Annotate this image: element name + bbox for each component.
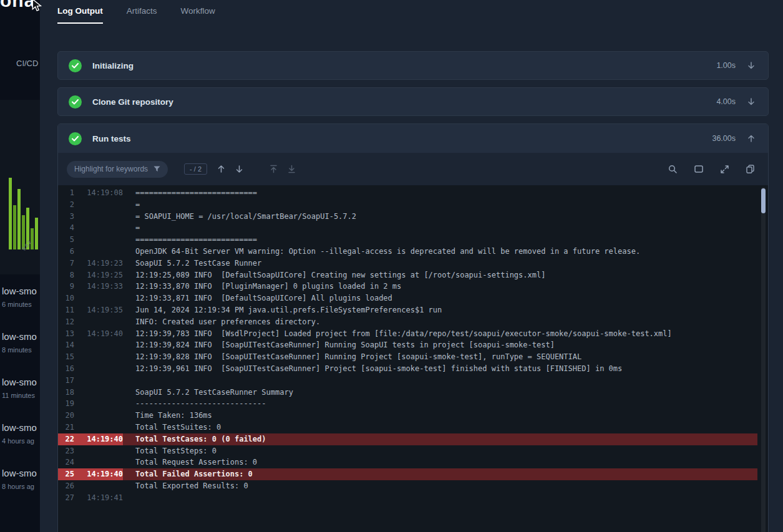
log-line-number: 22 bbox=[58, 433, 74, 445]
log-line: 20Time Taken: 136ms bbox=[58, 410, 757, 422]
next-match-button[interactable] bbox=[235, 165, 243, 173]
log-timestamp bbox=[74, 199, 123, 211]
sidebar-section-cicd: CI/CD bbox=[16, 59, 38, 68]
log-text: =========================== bbox=[123, 234, 757, 246]
tab-log-output[interactable]: Log Output bbox=[57, 6, 103, 24]
log-text: ----------------------------- bbox=[123, 398, 757, 410]
copy-logs-button[interactable] bbox=[746, 165, 754, 173]
log-timestamp: 14:19:40 bbox=[74, 433, 123, 445]
log-line: 2714:19:41 bbox=[58, 492, 757, 504]
log-text: 12:19:39,961 INFO [SoapUITestCaseRunner]… bbox=[123, 363, 757, 375]
wrap-lines-button[interactable] bbox=[694, 165, 703, 173]
log-text: Total TestSuites: 0 bbox=[123, 422, 757, 433]
log-line-number: 18 bbox=[58, 387, 74, 399]
run-list-item[interactable]: low-smo8 hours ag bbox=[2, 468, 40, 490]
log-line-number: 19 bbox=[58, 398, 74, 410]
success-check-icon bbox=[69, 59, 82, 72]
log-line: 24Total Request Assertions: 0 bbox=[58, 457, 757, 468]
scroll-bottom-icon bbox=[288, 165, 296, 173]
log-text: =========================== bbox=[123, 187, 757, 199]
run-name: low-smo bbox=[2, 331, 40, 342]
tab-artifacts[interactable]: Artifacts bbox=[127, 6, 157, 24]
scroll-to-top-button[interactable] bbox=[270, 165, 278, 173]
match-counter: - / 2 bbox=[184, 163, 207, 175]
run-time: 4 hours ag bbox=[2, 437, 40, 445]
log-line-number: 10 bbox=[58, 293, 74, 304]
log-text: Total Exported Results: 0 bbox=[123, 480, 757, 492]
step-initializing[interactable]: Initializing 1.00s bbox=[57, 51, 769, 80]
step-clone-git-repository[interactable]: Clone Git repository 4.00s bbox=[57, 87, 769, 116]
tab-workflow[interactable]: Workflow bbox=[181, 6, 215, 24]
expand-icon bbox=[721, 165, 729, 173]
log-text: SoapUI 5.7.2 TestCaseRunner Summary bbox=[123, 387, 757, 399]
arrow-up-icon bbox=[217, 165, 225, 173]
log-text: INFO: Created user preferences directory… bbox=[123, 316, 757, 328]
log-timestamp: 14:19:41 bbox=[74, 492, 123, 504]
copy-icon bbox=[746, 165, 754, 173]
chevron-down-icon[interactable] bbox=[747, 97, 756, 106]
run-list-item[interactable]: low-smo4 hours ag bbox=[2, 422, 40, 445]
log-timestamp bbox=[74, 363, 123, 375]
log-text: Total TestCases: 0 (0 failed) bbox=[123, 433, 757, 445]
log-text: 12:19:39,824 INFO [SoapUITestCaseRunner]… bbox=[123, 339, 757, 351]
log-viewport[interactable]: 114:19:08===========================2=3=… bbox=[58, 185, 768, 532]
log-timestamp bbox=[74, 375, 123, 387]
log-text: Total Request Assertions: 0 bbox=[123, 457, 757, 468]
run-time: 11 minutes bbox=[2, 392, 40, 399]
log-line-number: 1 bbox=[58, 187, 74, 199]
fullscreen-button[interactable] bbox=[721, 165, 729, 173]
log-line-number: 23 bbox=[58, 445, 74, 457]
log-toolbar-right bbox=[668, 165, 759, 173]
search-button[interactable] bbox=[668, 165, 677, 173]
log-timestamp: 14:19:40 bbox=[74, 468, 123, 480]
step-name: Clone Git repository bbox=[92, 97, 173, 107]
log-text: = SOAPUI_HOME = /usr/local/SmartBear/Soa… bbox=[123, 211, 757, 223]
tab-bar: Log Output Artifacts Workflow bbox=[57, 6, 769, 24]
log-text: Time Taken: 136ms bbox=[123, 410, 757, 422]
log-line-number: 21 bbox=[58, 422, 74, 433]
chart-bar bbox=[13, 205, 16, 249]
chevron-up-icon[interactable] bbox=[747, 134, 756, 143]
log-timestamp: 14:19:08 bbox=[74, 187, 123, 199]
log-line: 17 bbox=[58, 375, 757, 387]
log-text: 12:19:25,089 INFO [DefaultSoapUICore] Cr… bbox=[123, 269, 757, 281]
log-timestamp bbox=[74, 445, 123, 457]
log-timestamp bbox=[74, 422, 123, 433]
log-line: 6OpenJDK 64-Bit Server VM warning: Optio… bbox=[58, 246, 757, 258]
success-check-icon bbox=[69, 132, 82, 145]
log-scrollbar-track[interactable] bbox=[761, 187, 766, 532]
keyword-filter-input[interactable]: Highlight for keywords bbox=[67, 161, 168, 178]
run-list-item[interactable]: low-smo11 minutes bbox=[2, 377, 40, 399]
log-text: 12:19:39,783 INFO [WsdlProject] Loaded p… bbox=[123, 328, 757, 340]
log-line-number: 9 bbox=[58, 281, 74, 293]
log-scrollbar-thumb[interactable] bbox=[761, 188, 766, 213]
log-timestamp bbox=[74, 387, 123, 399]
run-name: low-smo bbox=[2, 377, 40, 387]
funnel-icon bbox=[153, 166, 160, 172]
log-timestamp bbox=[74, 316, 123, 328]
step-name: Run tests bbox=[92, 134, 131, 143]
previous-match-button[interactable] bbox=[217, 165, 225, 173]
scroll-to-bottom-button[interactable] bbox=[288, 165, 296, 173]
log-line-number: 25 bbox=[58, 468, 74, 480]
step-name: Initializing bbox=[92, 61, 134, 70]
run-list-item[interactable]: low-smo8 minutes bbox=[2, 331, 40, 354]
log-line-number: 20 bbox=[58, 410, 74, 422]
log-toolbar: Highlight for keywords - / 2 bbox=[58, 153, 768, 185]
log-line-number: 13 bbox=[58, 328, 74, 340]
log-text: 12:19:33,870 INFO [PluginManager] 0 plug… bbox=[123, 281, 757, 293]
run-name: low-smo bbox=[2, 422, 40, 433]
step-run-tests-panel: Run tests 36.00s Highlight for keywords … bbox=[57, 123, 769, 532]
log-timestamp bbox=[74, 211, 123, 223]
step-run-tests[interactable]: Run tests 36.00s bbox=[58, 124, 768, 153]
keyword-filter-label: Highlight for keywords bbox=[74, 165, 148, 173]
log-line: 1512:19:39,828 INFO [SoapUITestCaseRunne… bbox=[58, 351, 757, 363]
log-text: 12:19:39,828 INFO [SoapUITestCaseRunner]… bbox=[123, 351, 757, 363]
chevron-down-icon[interactable] bbox=[747, 61, 756, 70]
run-list-item[interactable]: low-smo6 minutes bbox=[2, 286, 40, 308]
log-timestamp bbox=[74, 398, 123, 410]
search-icon bbox=[668, 165, 677, 173]
log-line: 18SoapUI 5.7.2 TestCaseRunner Summary bbox=[58, 387, 757, 399]
log-line-number: 27 bbox=[58, 492, 74, 504]
chart-bar bbox=[17, 189, 21, 249]
